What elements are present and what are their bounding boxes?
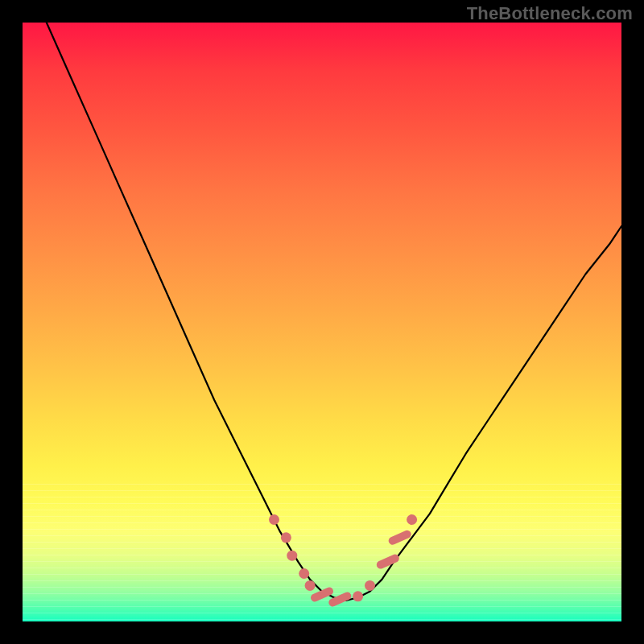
plot-area — [23, 23, 621, 621]
right-curve — [346, 226, 621, 601]
marker-dot — [305, 580, 316, 591]
marker-dot — [407, 514, 417, 525]
chart-frame: TheBottleneck.com — [0, 0, 644, 644]
watermark-text: TheBottleneck.com — [467, 3, 633, 24]
marker-dot — [365, 580, 375, 591]
marker-dot — [281, 532, 291, 543]
marker-dot — [287, 551, 297, 561]
highlight-markers — [269, 514, 417, 603]
curve-overlay — [23, 23, 621, 621]
marker-dot — [299, 568, 309, 579]
marker-dot — [269, 514, 279, 525]
marker-capsule — [393, 535, 407, 541]
marker-dot — [353, 591, 363, 601]
left-curve — [47, 23, 346, 601]
marker-capsule — [315, 592, 329, 598]
